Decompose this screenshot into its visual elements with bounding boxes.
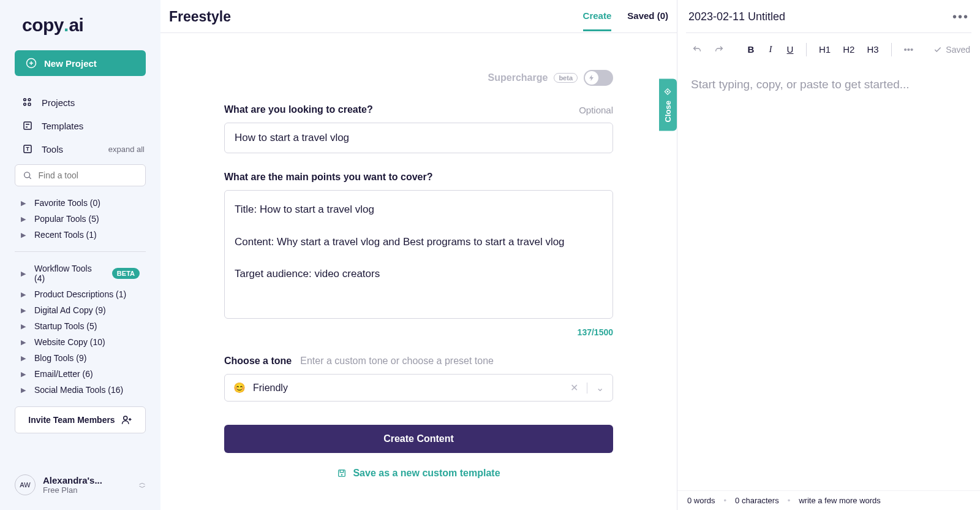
dot-icon-2: • — [788, 496, 791, 505]
tool-category-item[interactable]: ▶Blog Tools (9) — [15, 350, 146, 366]
category-label: Startup Tools (5) — [34, 321, 97, 331]
editor-header: 2023-02-11 Untitled ••• — [677, 0, 980, 29]
tone-select[interactable]: 😊 Friendly ✕ ⌄ — [224, 374, 613, 402]
avatar: AW — [15, 474, 36, 495]
tool-category-item[interactable]: ▶Website Copy (10) — [15, 334, 146, 350]
bold-button[interactable]: B — [742, 40, 760, 58]
logo[interactable]: copy.ai — [0, 15, 160, 50]
search-icon — [23, 170, 32, 181]
char-count-footer: 0 characters — [735, 496, 779, 505]
category-label: Email/Letter (6) — [34, 369, 93, 379]
svg-point-21 — [668, 91, 669, 92]
more-menu-icon[interactable]: ••• — [952, 10, 969, 24]
caret-right-icon: ▶ — [21, 231, 26, 239]
tool-category-item[interactable]: ▶Product Descriptions (1) — [15, 286, 146, 302]
supercharge-toggle[interactable] — [584, 70, 613, 86]
tab-saved[interactable]: Saved (0) — [627, 10, 668, 31]
q2-label: What are the main points you want to cov… — [224, 172, 432, 183]
tool-category-item[interactable]: ▶Digital Ad Copy (9) — [15, 302, 146, 318]
svg-rect-7 — [24, 122, 31, 129]
chevron-down-icon[interactable]: ⌄ — [596, 382, 604, 394]
h2-button[interactable]: H2 — [838, 40, 859, 58]
separator — [587, 382, 587, 394]
quick-tools-list: ▶Favorite Tools (0)▶Popular Tools (5)▶Re… — [0, 195, 160, 243]
tool-categories-list: ▶Workflow Tools (4)BETA▶Product Descript… — [0, 261, 160, 398]
undo-button[interactable] — [687, 41, 707, 58]
h1-button[interactable]: H1 — [814, 40, 835, 58]
svg-text:T: T — [26, 146, 29, 152]
main-panel: Freestyle Create Saved (0) Supercharge b… — [160, 0, 677, 510]
svg-rect-6 — [28, 103, 31, 105]
editor-title[interactable]: 2023-02-11 Untitled — [688, 10, 785, 23]
nav-projects[interactable]: Projects — [0, 91, 160, 114]
tool-category-item[interactable]: ▶Workflow Tools (4)BETA — [15, 261, 146, 286]
q1-label: What are you looking to create? — [224, 104, 373, 115]
nav-templates-label: Templates — [42, 121, 83, 131]
caret-right-icon: ▶ — [21, 338, 26, 346]
clear-tone-icon[interactable]: ✕ — [570, 382, 578, 394]
caret-right-icon: ▶ — [21, 306, 26, 314]
topic-input[interactable] — [224, 123, 613, 153]
undo-icon — [692, 45, 702, 55]
tool-label: Recent Tools (1) — [34, 230, 97, 240]
tab-create[interactable]: Create — [583, 10, 612, 31]
points-textarea[interactable] — [224, 190, 613, 319]
caret-right-icon: ▶ — [21, 370, 26, 378]
category-label: Workflow Tools (4) — [34, 264, 100, 283]
form-area: Supercharge beta What are you looking to… — [160, 33, 677, 510]
tool-label: Favorite Tools (0) — [34, 198, 100, 208]
char-count: 137/1500 — [224, 327, 613, 337]
editor-toolbar: B I U H1 H2 H3 ••• Saved — [677, 33, 980, 66]
nav-templates[interactable]: Templates — [0, 114, 160, 137]
saved-label: Saved — [946, 45, 970, 55]
italic-button[interactable]: I — [762, 40, 779, 58]
logo-text: copy — [22, 15, 64, 35]
underline-button[interactable]: U — [782, 40, 799, 58]
tone-emoji-icon: 😊 — [233, 382, 246, 394]
svg-line-13 — [29, 177, 31, 179]
quick-tool-item[interactable]: ▶Recent Tools (1) — [15, 227, 146, 243]
user-switcher[interactable]: AW Alexandra's... Free Plan ︿﹀ — [0, 467, 160, 503]
invite-team-button[interactable]: Invite Team Members — [15, 406, 146, 433]
save-template-link[interactable]: Save as a new custom template — [224, 468, 613, 479]
expand-all-link[interactable]: expand all — [108, 145, 145, 154]
plus-circle-icon — [26, 58, 37, 69]
toolbar-separator — [806, 43, 807, 56]
new-project-button[interactable]: New Project — [15, 50, 146, 76]
caret-right-icon: ▶ — [21, 215, 26, 223]
user-info: Alexandra's... Free Plan — [43, 475, 132, 495]
redo-button[interactable] — [709, 41, 729, 58]
page-title: Freestyle — [169, 9, 231, 32]
more-format-button[interactable]: ••• — [899, 40, 919, 58]
template-icon — [22, 120, 33, 131]
sidebar: copy.ai New Project Projects Templates T… — [0, 0, 160, 510]
q1-optional: Optional — [579, 105, 613, 115]
toolbar-separator-2 — [891, 43, 892, 56]
caret-right-icon: ▶ — [21, 270, 26, 278]
caret-right-icon: ▶ — [21, 199, 26, 207]
close-label: Close — [663, 101, 673, 122]
tool-category-item[interactable]: ▶Startup Tools (5) — [15, 318, 146, 334]
saved-status: Saved — [933, 45, 970, 55]
svg-point-3 — [24, 99, 26, 101]
caret-right-icon: ▶ — [21, 322, 26, 330]
h3-button[interactable]: H3 — [862, 40, 883, 58]
user-plan: Free Plan — [43, 485, 132, 495]
quick-tool-item[interactable]: ▶Popular Tools (5) — [15, 211, 146, 227]
tone-value: Friendly — [253, 382, 288, 394]
close-panel-button[interactable]: Close — [659, 78, 677, 131]
editor-footer: 0 words • 0 characters • write a few mor… — [677, 490, 980, 510]
tone-hint: Enter a custom tone or choose a preset t… — [300, 356, 494, 367]
save-template-label: Save as a new custom template — [353, 468, 500, 479]
tool-label: Popular Tools (5) — [34, 214, 99, 224]
tool-category-item[interactable]: ▶Email/Letter (6) — [15, 366, 146, 382]
nav-tools[interactable]: T Tools expand all — [0, 137, 160, 161]
tool-search[interactable] — [15, 164, 146, 186]
svg-point-12 — [24, 172, 30, 178]
tool-category-item[interactable]: ▶Social Media Tools (16) — [15, 382, 146, 398]
create-content-button[interactable]: Create Content — [224, 425, 613, 453]
quick-tool-item[interactable]: ▶Favorite Tools (0) — [15, 195, 146, 211]
check-icon — [933, 45, 942, 54]
tool-search-input[interactable] — [39, 170, 138, 180]
editor-body[interactable]: Start typing, copy, or paste to get star… — [677, 66, 980, 490]
